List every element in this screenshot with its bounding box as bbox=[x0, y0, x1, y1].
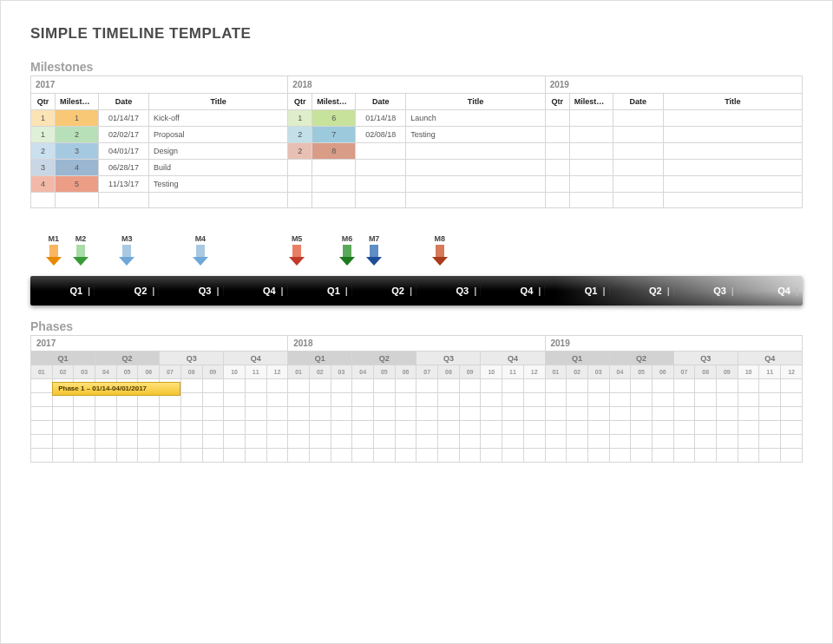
gantt-cell[interactable] bbox=[160, 421, 181, 435]
gantt-cell[interactable] bbox=[631, 421, 653, 435]
gantt-cell[interactable] bbox=[224, 421, 246, 435]
milestone-cell[interactable]: 5 bbox=[56, 176, 99, 193]
gantt-cell[interactable] bbox=[717, 421, 738, 435]
gantt-cell[interactable] bbox=[481, 393, 502, 407]
gantt-cell[interactable] bbox=[545, 407, 567, 421]
gantt-cell[interactable] bbox=[138, 421, 160, 435]
gantt-cell[interactable] bbox=[759, 421, 781, 435]
gantt-cell[interactable] bbox=[266, 407, 288, 421]
gantt-cell[interactable] bbox=[416, 379, 438, 393]
gantt-cell[interactable] bbox=[631, 379, 653, 393]
milestone-cell[interactable] bbox=[288, 193, 312, 208]
gantt-cell[interactable] bbox=[31, 407, 53, 421]
gantt-cell[interactable] bbox=[224, 393, 246, 407]
milestone-cell[interactable]: 2 bbox=[288, 143, 312, 160]
gantt-cell[interactable] bbox=[31, 449, 53, 463]
milestone-cell[interactable]: 1 bbox=[56, 110, 99, 127]
gantt-cell[interactable] bbox=[52, 435, 74, 449]
gantt-cell[interactable] bbox=[245, 407, 266, 421]
gantt-cell[interactable] bbox=[374, 407, 396, 421]
gantt-cell[interactable] bbox=[395, 435, 416, 449]
gantt-cell[interactable] bbox=[95, 407, 117, 421]
milestone-cell[interactable] bbox=[406, 143, 545, 160]
gantt-cell[interactable] bbox=[266, 435, 288, 449]
milestone-cell[interactable] bbox=[569, 176, 613, 193]
milestone-cell[interactable] bbox=[356, 176, 406, 193]
gantt-cell[interactable] bbox=[352, 421, 374, 435]
gantt-cell[interactable] bbox=[95, 449, 117, 463]
milestone-cell[interactable] bbox=[406, 160, 545, 176]
milestone-cell[interactable] bbox=[149, 193, 288, 208]
milestone-cell[interactable]: 02/02/17 bbox=[99, 127, 149, 143]
milestone-cell[interactable] bbox=[545, 176, 569, 193]
milestone-cell[interactable] bbox=[312, 193, 356, 208]
gantt-cell[interactable] bbox=[523, 435, 545, 449]
milestone-cell[interactable] bbox=[569, 193, 613, 208]
gantt-cell[interactable] bbox=[587, 407, 609, 421]
milestone-cell[interactable] bbox=[569, 160, 613, 176]
gantt-cell[interactable] bbox=[631, 393, 653, 407]
milestone-cell[interactable]: 02/08/18 bbox=[356, 127, 406, 143]
gantt-cell[interactable] bbox=[481, 435, 502, 449]
gantt-cell[interactable] bbox=[459, 393, 481, 407]
gantt-cell[interactable] bbox=[416, 435, 438, 449]
gantt-cell[interactable] bbox=[631, 435, 653, 449]
gantt-cell[interactable] bbox=[717, 435, 738, 449]
gantt-cell[interactable] bbox=[95, 435, 117, 449]
milestone-cell[interactable]: 1 bbox=[31, 110, 56, 127]
milestone-cell[interactable] bbox=[545, 127, 569, 143]
gantt-cell[interactable] bbox=[481, 379, 502, 393]
gantt-cell[interactable] bbox=[374, 379, 396, 393]
gantt-cell[interactable] bbox=[224, 435, 246, 449]
milestone-cell[interactable] bbox=[56, 193, 99, 208]
gantt-cell[interactable] bbox=[609, 449, 631, 463]
gantt-cell[interactable] bbox=[759, 393, 781, 407]
gantt-cell[interactable] bbox=[673, 435, 695, 449]
gantt-cell[interactable] bbox=[224, 449, 246, 463]
gantt-cell[interactable] bbox=[673, 379, 695, 393]
gantt-cell[interactable] bbox=[695, 421, 717, 435]
gantt-cell[interactable] bbox=[459, 449, 481, 463]
gantt-cell[interactable] bbox=[180, 421, 202, 435]
gantt-cell[interactable] bbox=[738, 421, 759, 435]
gantt-cell[interactable] bbox=[438, 435, 460, 449]
gantt-cell[interactable] bbox=[224, 379, 246, 393]
gantt-cell[interactable] bbox=[180, 407, 202, 421]
gantt-cell[interactable] bbox=[609, 407, 631, 421]
milestone-cell[interactable]: 1 bbox=[31, 127, 56, 143]
gantt-cell[interactable] bbox=[587, 421, 609, 435]
milestone-cell[interactable]: 2 bbox=[288, 127, 312, 143]
gantt-cell[interactable] bbox=[609, 421, 631, 435]
gantt-cell[interactable] bbox=[502, 421, 524, 435]
gantt-cell[interactable] bbox=[673, 449, 695, 463]
gantt-cell[interactable] bbox=[438, 421, 460, 435]
gantt-cell[interactable] bbox=[245, 449, 266, 463]
gantt-cell[interactable] bbox=[288, 421, 310, 435]
gantt-cell[interactable] bbox=[245, 435, 266, 449]
gantt-cell[interactable] bbox=[180, 435, 202, 449]
milestone-cell[interactable] bbox=[406, 176, 545, 193]
gantt-cell[interactable] bbox=[567, 421, 588, 435]
milestone-cell[interactable]: 4 bbox=[56, 160, 99, 176]
milestone-cell[interactable] bbox=[663, 127, 802, 143]
milestone-cell[interactable]: Testing bbox=[406, 127, 545, 143]
gantt-cell[interactable] bbox=[352, 379, 374, 393]
gantt-cell[interactable] bbox=[567, 407, 588, 421]
gantt-cell[interactable] bbox=[374, 393, 396, 407]
gantt-cell[interactable] bbox=[609, 435, 631, 449]
gantt-cell[interactable] bbox=[609, 379, 631, 393]
milestone-cell[interactable] bbox=[356, 143, 406, 160]
milestone-cell[interactable] bbox=[356, 160, 406, 176]
gantt-cell[interactable] bbox=[116, 449, 138, 463]
milestone-cell[interactable]: 7 bbox=[312, 127, 356, 143]
milestone-cell[interactable] bbox=[613, 160, 663, 176]
gantt-cell[interactable] bbox=[331, 421, 352, 435]
gantt-cell[interactable] bbox=[673, 421, 695, 435]
milestone-cell[interactable] bbox=[288, 160, 312, 176]
gantt-cell[interactable] bbox=[738, 379, 759, 393]
gantt-cell[interactable] bbox=[652, 393, 673, 407]
gantt-cell[interactable] bbox=[288, 379, 310, 393]
gantt-cell[interactable] bbox=[202, 435, 224, 449]
milestone-cell[interactable] bbox=[663, 143, 802, 160]
gantt-cell[interactable] bbox=[545, 449, 567, 463]
